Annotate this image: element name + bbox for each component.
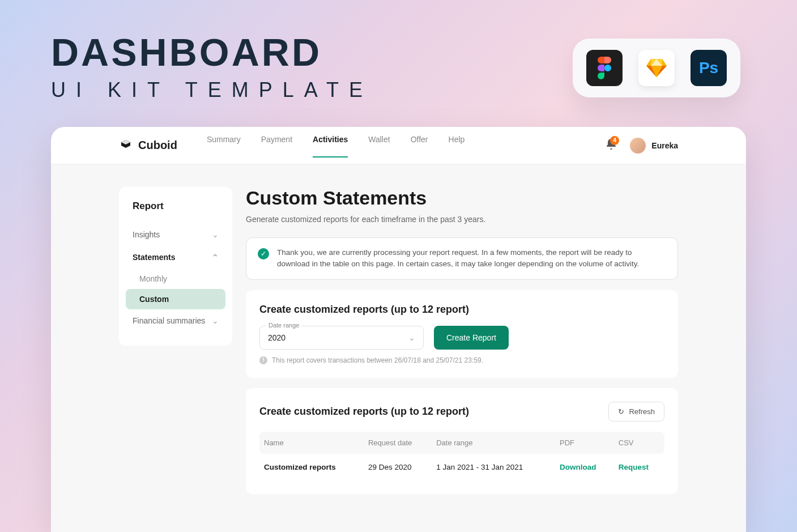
brand-name: Cuboid (138, 139, 177, 152)
info-icon: ! (259, 356, 267, 364)
success-alert: ✓ Thank you, we are currently processing… (246, 237, 678, 280)
topbar: Cuboid Summary Payment Activities Wallet… (51, 127, 746, 164)
col-name: Name (259, 432, 364, 454)
sidebar-title: Report (126, 201, 225, 223)
check-circle-icon: ✓ (258, 248, 269, 259)
col-request-date: Request date (364, 432, 432, 454)
create-report-card: Create customized reports (up to 12 repo… (246, 290, 678, 378)
alert-text: Thank you, we are currently processing y… (277, 247, 666, 270)
table-row: Customized reports 29 Des 2020 1 Jan 202… (259, 454, 664, 480)
date-range-select[interactable]: 2020 ⌄ (259, 326, 424, 350)
figma-icon (586, 50, 623, 86)
sidebar: Report Insights ⌄ Statements ⌃ Monthly C… (119, 187, 232, 346)
chevron-down-icon: ⌄ (212, 230, 219, 239)
sidebar-subitem-custom[interactable]: Custom (126, 289, 225, 309)
create-form-row: Date range 2020 ⌄ Create Report (259, 326, 664, 350)
promo-title: DASHBOARD (51, 33, 373, 71)
notifications-badge: 4 (610, 136, 619, 145)
date-range-value: 2020 (268, 333, 285, 342)
sidebar-item-financial[interactable]: Financial summaries ⌄ (126, 309, 225, 332)
col-pdf: PDF (555, 432, 614, 454)
nav-payment[interactable]: Payment (261, 135, 292, 156)
photoshop-icon: Ps (691, 50, 727, 86)
create-card-title: Create customized reports (up to 12 repo… (259, 304, 664, 316)
nav-summary[interactable]: Summary (207, 135, 241, 156)
main-panel: Custom Statements Generate customized re… (246, 187, 678, 509)
pdf-download-link[interactable]: Download (555, 454, 614, 480)
date-range-select-wrap: Date range 2020 ⌄ (259, 326, 424, 350)
create-hint: ! This report covers transactions betwee… (259, 356, 664, 364)
col-date-range: Date range (432, 432, 555, 454)
refresh-icon: ↻ (618, 407, 624, 416)
table-card-title: Create customized reports (up to 12 repo… (259, 406, 469, 418)
promo-header: DASHBOARD UI KIT TEMPLATE (51, 33, 373, 102)
sidebar-item-statements[interactable]: Statements ⌃ (126, 246, 225, 269)
sidebar-item-label: Statements (133, 253, 175, 262)
main-nav: Summary Payment Activities Wallet Offer … (207, 135, 606, 156)
tools-card: Ps (573, 39, 740, 97)
content: Report Insights ⌄ Statements ⌃ Monthly C… (51, 164, 746, 532)
user-menu[interactable]: Eureka (630, 138, 678, 154)
create-report-button[interactable]: Create Report (434, 326, 509, 350)
cell-date-range: 1 Jan 2021 - 31 Jan 2021 (432, 454, 555, 480)
page-subtitle: Generate customized reports for each tim… (246, 215, 678, 224)
chevron-down-icon: ⌄ (212, 316, 219, 325)
reports-table-card: Create customized reports (up to 12 repo… (246, 388, 678, 494)
dashboard-window: Cuboid Summary Payment Activities Wallet… (51, 127, 746, 532)
table-card-header: Create customized reports (up to 12 repo… (259, 402, 664, 422)
date-range-label: Date range (266, 322, 301, 329)
cell-request-date: 29 Des 2020 (364, 454, 432, 480)
refresh-button[interactable]: ↻ Refresh (608, 402, 664, 422)
col-csv: CSV (614, 432, 664, 454)
nav-activities[interactable]: Activities (313, 135, 348, 156)
nav-wallet[interactable]: Wallet (368, 135, 390, 156)
brand[interactable]: Cuboid (119, 139, 177, 152)
sidebar-subitem-monthly[interactable]: Monthly (126, 269, 225, 289)
sidebar-item-label: Financial summaries (133, 316, 205, 325)
chevron-down-icon: ⌄ (408, 333, 415, 342)
topbar-right: 4 Eureka (606, 138, 678, 154)
csv-request-link[interactable]: Request (614, 454, 664, 480)
nav-offer[interactable]: Offer (411, 135, 428, 156)
notifications-button[interactable]: 4 (606, 139, 616, 152)
reports-table: Name Request date Date range PDF CSV Cus… (259, 432, 664, 480)
avatar (630, 138, 646, 154)
chevron-up-icon: ⌃ (212, 253, 219, 262)
hint-text: This report covers transactions between … (272, 356, 483, 364)
page-title: Custom Statements (246, 187, 678, 209)
promo-subtitle: UI KIT TEMPLATE (51, 78, 373, 102)
brand-logo-icon (119, 139, 133, 152)
refresh-label: Refresh (629, 407, 655, 416)
nav-help[interactable]: Help (449, 135, 465, 156)
svg-point-0 (604, 65, 611, 71)
sidebar-item-label: Insights (133, 230, 160, 239)
cell-name: Customized reports (259, 454, 364, 480)
table-header-row: Name Request date Date range PDF CSV (259, 432, 664, 454)
username: Eureka (651, 141, 678, 150)
sidebar-item-insights[interactable]: Insights ⌄ (126, 223, 225, 246)
sketch-icon (638, 50, 675, 86)
